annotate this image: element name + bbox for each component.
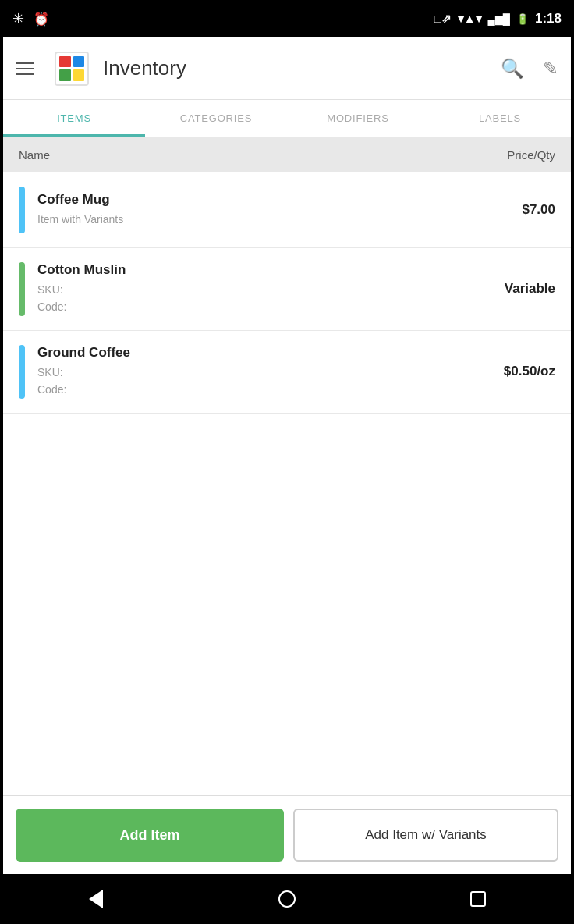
recent-button[interactable]	[459, 880, 497, 918]
list-item[interactable]: Ground Coffee SKU: Code: $0.50/oz	[3, 331, 571, 414]
item-info: Coffee Mug Item with Variants	[37, 192, 512, 228]
item-code: Code:	[37, 298, 495, 315]
item-sku: SKU:	[37, 281, 495, 298]
logo-red	[59, 56, 71, 68]
menu-button[interactable]	[16, 62, 47, 75]
item-list: Coffee Mug Item with Variants $7.00 Cott…	[3, 172, 571, 795]
list-item[interactable]: Coffee Mug Item with Variants $7.00	[3, 172, 571, 248]
signal-icon: ▄▆█	[488, 13, 510, 25]
tab-categories[interactable]: CATEGORIES	[145, 100, 287, 137]
app-content: Inventory 🔍 ✎ ITEMS CATEGORIES MODIFIERS…	[3, 37, 571, 874]
back-triangle-icon	[89, 890, 103, 908]
status-bar: ✳ ⏰ □⇗ ▾▲▾ ▄▆█ 🔋 1:18	[0, 0, 574, 37]
item-name: Ground Coffee	[37, 345, 494, 361]
home-button[interactable]	[268, 880, 306, 918]
item-sku: SKU:	[37, 364, 494, 381]
item-price: Variable	[505, 281, 555, 297]
add-item-button[interactable]: Add Item	[16, 808, 284, 862]
logo-blue	[73, 56, 85, 68]
item-color-bar	[19, 262, 25, 316]
logo-green	[59, 69, 71, 81]
app-logo	[55, 52, 89, 86]
item-subtitle: Item with Variants	[37, 211, 512, 228]
battery-icon: 🔋	[516, 13, 529, 25]
recent-square-icon	[470, 891, 486, 907]
header-actions: 🔍 ✎	[501, 58, 558, 80]
nav-bar	[0, 874, 574, 924]
table-header: Name Price/Qty	[3, 137, 571, 172]
item-info: Ground Coffee SKU: Code:	[37, 345, 494, 399]
grid-icon: ✳	[12, 10, 24, 27]
item-name: Coffee Mug	[37, 192, 512, 208]
item-color-bar	[19, 345, 25, 399]
add-item-variants-button[interactable]: Add Item w/ Variants	[293, 808, 558, 862]
bottom-action-bar: Add Item Add Item w/ Variants	[3, 795, 571, 874]
time-display: 1:18	[535, 11, 562, 27]
list-item[interactable]: Cotton Muslin SKU: Code: Variable	[3, 248, 571, 331]
item-name: Cotton Muslin	[37, 262, 495, 278]
app-header: Inventory 🔍 ✎	[3, 37, 571, 100]
tab-items[interactable]: ITEMS	[3, 100, 145, 137]
item-price: $0.50/oz	[504, 364, 555, 379]
name-column-header: Name	[19, 148, 50, 162]
cast-icon: □⇗	[434, 12, 452, 26]
item-code: Code:	[37, 381, 494, 398]
status-right: □⇗ ▾▲▾ ▄▆█ 🔋 1:18	[434, 11, 562, 27]
price-column-header: Price/Qty	[507, 148, 555, 162]
search-icon[interactable]: 🔍	[501, 58, 524, 80]
tab-bar: ITEMS CATEGORIES MODIFIERS LABELS	[3, 100, 571, 137]
item-color-bar	[19, 187, 25, 233]
tab-modifiers[interactable]: MODIFIERS	[287, 100, 429, 137]
clock-icon: ⏰	[34, 12, 49, 27]
edit-icon[interactable]: ✎	[543, 58, 558, 80]
item-info: Cotton Muslin SKU: Code:	[37, 262, 495, 316]
status-left: ✳ ⏰	[12, 10, 49, 27]
back-button[interactable]	[77, 880, 115, 918]
tab-labels[interactable]: LABELS	[429, 100, 571, 137]
wifi-icon: ▾▲▾	[458, 12, 482, 26]
page-title: Inventory	[103, 56, 501, 80]
home-circle-icon	[278, 890, 296, 908]
item-price: $7.00	[522, 202, 555, 218]
logo-yellow	[73, 69, 85, 81]
